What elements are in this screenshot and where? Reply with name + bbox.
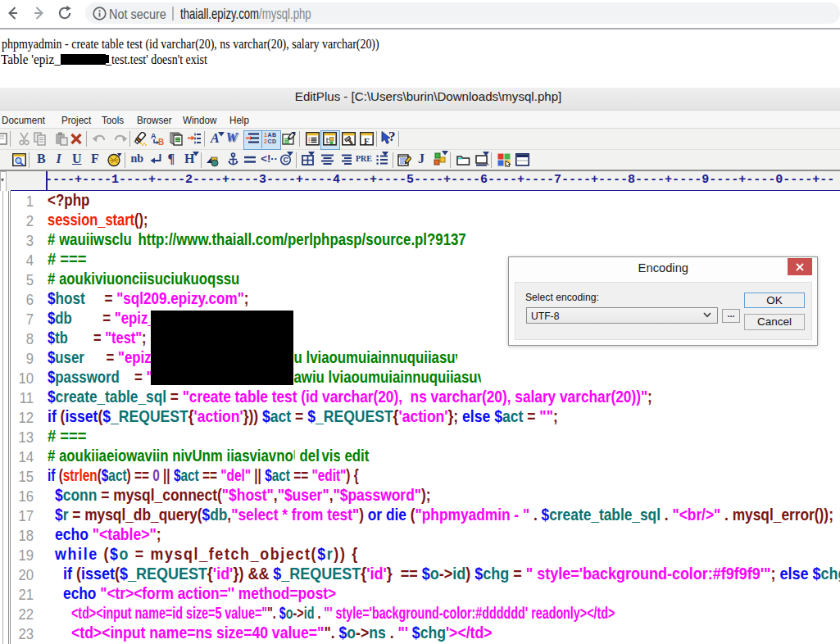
- svg-text:A: A: [151, 132, 157, 140]
- svg-text:B: B: [158, 138, 164, 146]
- svg-text:C: C: [283, 156, 288, 164]
- svg-text:F: F: [364, 136, 370, 146]
